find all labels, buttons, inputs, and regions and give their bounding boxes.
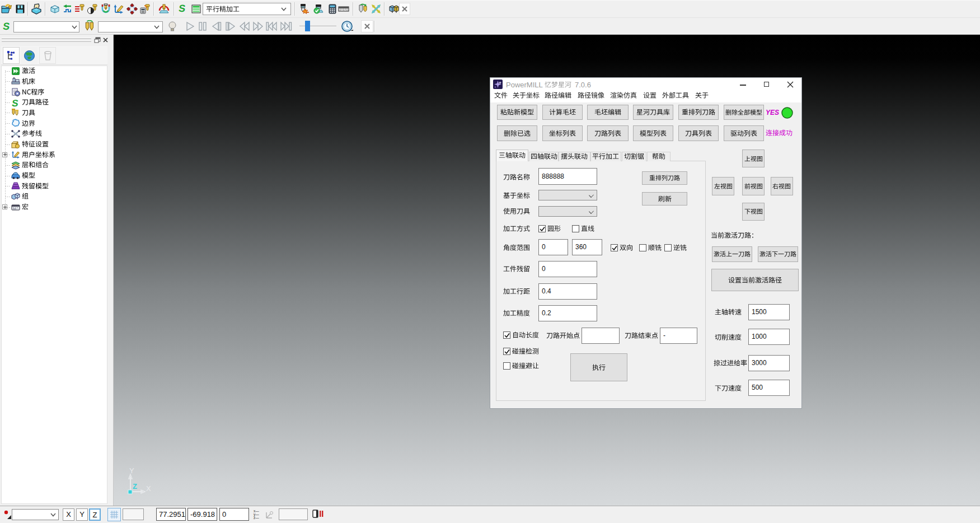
svg-text:X: X: [146, 484, 151, 493]
svg-text:Y: Y: [129, 466, 134, 475]
svg-text:z—: z—: [254, 516, 259, 520]
svg-text:S: S: [2, 21, 11, 31]
svg-text:S: S: [178, 3, 186, 13]
svg-text:S: S: [11, 98, 19, 107]
svg-text:Z: Z: [133, 482, 137, 491]
